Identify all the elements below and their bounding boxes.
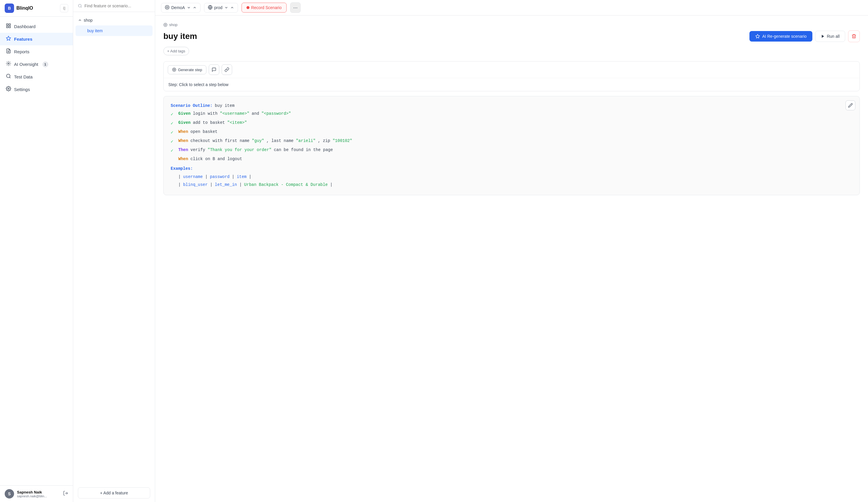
page-title-row: buy item AI Re-generate scenario Run all: [163, 30, 860, 42]
pipe-1: |: [178, 173, 180, 181]
nav-menu: Dashboard Features Reports AI Oversight …: [0, 17, 73, 485]
sidebar-header: B BlinqIO ⟨|: [0, 0, 73, 17]
pipe-8: |: [330, 181, 333, 188]
play-icon: [821, 34, 825, 38]
scenario-outline-line: Scenario Outline: buy item: [171, 102, 852, 109]
more-options-button[interactable]: ···: [290, 2, 301, 13]
record-scenario-button[interactable]: Record Scenario: [241, 3, 287, 13]
step-label-4a: , last name: [266, 137, 293, 145]
tree-group-shop[interactable]: shop: [73, 15, 155, 25]
env-chevron-icon: [224, 6, 228, 10]
tree-item-buy-item[interactable]: buy item: [75, 25, 153, 36]
ai-oversight-icon: [6, 61, 11, 67]
step-toolbar: Generate step: [164, 62, 859, 78]
pipe-6: |: [210, 181, 212, 188]
chat-button[interactable]: [209, 64, 219, 75]
link-icon: [225, 67, 229, 72]
pipe-5: |: [178, 181, 180, 188]
link-button[interactable]: [221, 64, 232, 75]
step-after-5: can be found in the page: [274, 146, 333, 154]
search-icon: [78, 3, 82, 8]
scenario-step-1: ✓ Given login with "<username>" and "<pa…: [171, 110, 852, 118]
keyword-given-1: Given: [178, 110, 190, 117]
sidebar-item-ai-oversight[interactable]: AI Oversight 1: [0, 58, 73, 71]
sidebar-item-settings[interactable]: Settings: [0, 83, 73, 96]
step-label-4b: , zip: [318, 137, 330, 145]
ai-oversight-badge: 1: [42, 62, 48, 67]
svg-point-14: [165, 5, 169, 9]
step-editor: Generate step Step: Click to select a st…: [163, 61, 860, 91]
add-feature-button[interactable]: + Add a feature: [78, 487, 150, 499]
env-icon: [208, 5, 213, 11]
env-selector[interactable]: prod: [204, 3, 238, 13]
regenerate-scenario-button[interactable]: AI Re-generate scenario: [750, 31, 813, 42]
svg-point-19: [165, 24, 166, 25]
svg-line-9: [9, 77, 10, 78]
step-text-5: verify: [190, 146, 205, 154]
svg-marker-20: [756, 34, 760, 38]
env-selector-label: prod: [214, 5, 223, 10]
chevron-up-icon: [78, 18, 82, 22]
main-content: DemoA prod Record Scenario ··· shop buy …: [155, 0, 868, 502]
sidebar-item-reports-label: Reports: [14, 49, 30, 54]
settings-icon: [6, 86, 11, 93]
step-and-1: and: [252, 110, 259, 117]
scenario-outline-name: buy item: [215, 102, 235, 109]
delete-button[interactable]: [848, 30, 860, 42]
step-text-3: open basket: [190, 128, 217, 136]
demo-selector-label: DemoA: [171, 5, 185, 10]
page-actions: AI Re-generate scenario Run all: [750, 30, 860, 42]
keyword-then-5: Then: [178, 146, 188, 154]
chat-icon: [211, 67, 216, 72]
run-all-label: Run all: [827, 34, 840, 39]
svg-point-12: [79, 4, 81, 7]
check-icon-5: ✓: [171, 147, 176, 155]
pencil-icon: [848, 103, 853, 108]
sidebar-item-features-label: Features: [14, 36, 32, 42]
svg-point-10: [8, 88, 9, 90]
add-tags-label: + Add tags: [167, 49, 185, 53]
breadcrumb-label: shop: [169, 22, 177, 27]
examples-line: Examples:: [171, 165, 852, 172]
svg-point-7: [8, 63, 9, 64]
user-info: S Sapnesh Naik sapnesh.naik@blin...: [5, 489, 47, 499]
page-title: buy item: [163, 32, 197, 41]
logo-box: B: [5, 3, 14, 13]
reports-icon: [6, 48, 11, 55]
pipe-4: |: [249, 173, 251, 181]
edit-pencil-button[interactable]: [846, 101, 855, 111]
add-feature-label: + Add a feature: [100, 491, 128, 495]
generate-step-button[interactable]: Generate step: [168, 65, 206, 74]
run-all-button[interactable]: Run all: [815, 31, 845, 42]
sidebar-item-dashboard-label: Dashboard: [14, 24, 35, 29]
demo-chevron-icon: [187, 6, 191, 10]
svg-point-8: [7, 74, 10, 77]
generate-step-label: Generate step: [178, 67, 202, 72]
add-tags-button[interactable]: + Add tags: [163, 47, 189, 55]
sidebar-item-test-data[interactable]: Test Data: [0, 71, 73, 83]
sidebar-item-ai-oversight-label: AI Oversight: [14, 62, 38, 67]
demo-icon: [165, 5, 169, 11]
step-hint-text: Click to select a step below: [179, 82, 229, 87]
check-icon-3: ✓: [171, 129, 176, 137]
demo-selector[interactable]: DemoA: [161, 3, 200, 13]
ai-icon: [755, 34, 760, 39]
step-string-4b: "arieli": [296, 137, 316, 145]
svg-point-22: [173, 68, 176, 71]
pipe-2: |: [205, 173, 208, 181]
user-details: Sapnesh Naik sapnesh.naik@blin...: [17, 490, 47, 498]
sidebar-item-settings-label: Settings: [14, 87, 30, 92]
sidebar-item-reports[interactable]: Reports: [0, 45, 73, 58]
sidebar-item-dashboard[interactable]: Dashboard: [0, 20, 73, 33]
logout-button[interactable]: [63, 491, 68, 497]
svg-point-23: [174, 69, 175, 71]
pipe-7: |: [239, 181, 241, 188]
search-input[interactable]: [85, 3, 150, 8]
collapse-sidebar-button[interactable]: ⟨|: [60, 4, 68, 12]
step-text-1: login with: [193, 110, 217, 117]
scenario-block: Scenario Outline: buy item ✓ Given login…: [163, 96, 860, 195]
scenario-step-2: ✓ Given add to basket "<item>": [171, 119, 852, 128]
sidebar-item-features[interactable]: Features: [0, 33, 73, 45]
val-password: let_me_in: [215, 181, 237, 188]
step-text-4: checkout with first name: [190, 137, 250, 145]
